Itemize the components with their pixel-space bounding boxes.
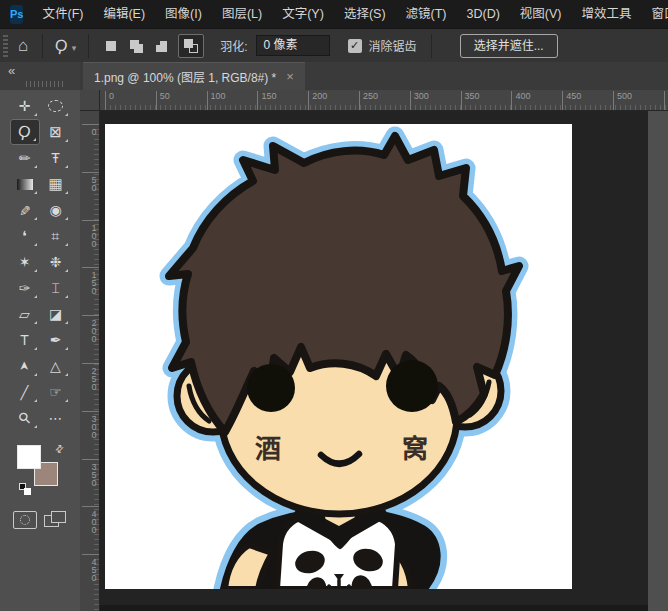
chevron-down-icon[interactable]: ▾ (72, 43, 77, 53)
move-tool[interactable]: ✛ (10, 93, 40, 119)
path-selection-tool[interactable]: ➤ (10, 353, 40, 379)
water-drop-icon: ❛ (22, 228, 27, 244)
options-bar-grip[interactable] (3, 35, 8, 57)
default-colors-icon[interactable] (19, 483, 31, 495)
frame-tool[interactable]: ⊠ (41, 119, 71, 145)
document-tab[interactable]: 1.png @ 100% (图层 1, RGB/8#) * × (83, 62, 305, 90)
select-and-mask-button[interactable]: 选择并遮住... (460, 34, 558, 58)
separator (431, 34, 432, 58)
quick-selection-tool[interactable]: ✏ (10, 145, 40, 171)
menu-item-9[interactable]: 视图(V) (510, 0, 572, 28)
anti-alias-label: 消除锯齿 (369, 37, 417, 54)
crop-tool[interactable]: ⌗ (41, 223, 71, 249)
hruler-tick-400: 400 (511, 91, 530, 111)
color-sampler-tool[interactable]: ❉ (41, 249, 71, 275)
stamp-icon: ⌶ (51, 280, 59, 297)
hand-icon: ☞ (49, 384, 62, 400)
vruler-tick-150: 150 (82, 267, 99, 294)
cheek-text-right: 窝 (402, 434, 428, 464)
hruler-tick-500: 500 (613, 91, 632, 111)
triangle-icon: △ (50, 358, 61, 374)
red-eye-tool[interactable]: ◉ (41, 197, 71, 223)
hruler-tick-0: 0 (105, 91, 114, 111)
feather-input[interactable]: 0 像素 (256, 35, 330, 56)
line-tool[interactable]: ╱ (10, 379, 40, 405)
zoom-tool[interactable]: ⚲ (10, 405, 40, 431)
menu-item-3[interactable]: 图像(I) (155, 0, 212, 28)
type-icon: T (20, 332, 29, 348)
menu-item-10[interactable]: 增效工具 (572, 0, 642, 28)
menu-item-1[interactable]: 文件(F) (32, 0, 93, 28)
ruler-corner[interactable] (80, 90, 100, 111)
menu-item-7[interactable]: 滤镜(T) (396, 0, 457, 28)
vruler-tick-200: 200 (82, 315, 99, 342)
menu-item-5[interactable]: 文字(Y) (272, 0, 334, 28)
hand-tool[interactable]: ☞ (41, 379, 71, 405)
menu-item-6[interactable]: 选择(S) (334, 0, 396, 28)
edit-toolbar-button[interactable]: ⋯ (41, 405, 71, 431)
clone-stamp-tool[interactable]: ⌶ (41, 275, 71, 301)
eraser-tool[interactable]: ▱ (10, 301, 40, 327)
swap-colors-icon[interactable]: ⇄ (52, 442, 66, 456)
pen-tool[interactable]: ✒ (41, 327, 71, 353)
blur-tool[interactable]: ❛ (10, 223, 40, 249)
subtract-from-selection-button[interactable] (153, 38, 169, 54)
vruler-tick-100: 100 (82, 220, 99, 247)
intersect-selection-button[interactable] (178, 34, 204, 58)
hruler-tick-250: 250 (359, 91, 378, 111)
hruler-tick-550: 550 (664, 91, 668, 111)
type-tool[interactable]: T (10, 327, 40, 353)
hruler-tick-100: 100 (207, 91, 226, 111)
eraser-icon: ▱ (19, 306, 30, 322)
menu-item-4[interactable]: 图层(L) (212, 0, 272, 28)
gradient-icon (17, 179, 33, 190)
hruler-tick-50: 50 (156, 91, 170, 111)
menu-bar: Ps 文件(F)编辑(E)图像(I)图层(L)文字(Y)选择(S)滤镜(T)3D… (0, 0, 668, 28)
home-icon[interactable]: ⌂ (18, 31, 28, 61)
gradient-tool[interactable] (10, 171, 40, 197)
brush-tool[interactable]: ✑ (10, 275, 40, 301)
vruler-tick-450: 450 (82, 554, 99, 581)
vruler-tick-350: 350 (82, 459, 99, 486)
eyedropper-icon: ✐ (19, 202, 31, 218)
screen-mode-button[interactable] (44, 511, 68, 529)
selection-mode-group (103, 34, 204, 58)
anti-alias-checkbox[interactable]: ✓ (348, 39, 362, 53)
menu-item-8[interactable]: 3D(D) (457, 0, 510, 28)
eyedropper-tool[interactable]: ✐ (10, 197, 40, 223)
color-swatches: ⇄ (17, 443, 63, 489)
patch-tool[interactable]: ▦ (41, 171, 71, 197)
foreground-color-swatch[interactable] (17, 445, 41, 469)
shape-tool[interactable]: △ (41, 353, 71, 379)
menu-items: 文件(F)编辑(E)图像(I)图层(L)文字(Y)选择(S)滤镜(T)3D(D)… (32, 0, 668, 28)
magic-wand-tool[interactable]: ✶ (10, 249, 40, 275)
tools-grid: ✛Ϙ⊠✏Ŧ▦✐◉❛⌗✶❉✑⌶▱◪T✒➤△╱☞⚲⋯ (10, 93, 71, 431)
add-to-selection-button[interactable] (128, 38, 144, 54)
arrow-cursor-icon: ➤ (18, 361, 32, 371)
pasteboard: 酒 窝 (100, 111, 648, 611)
feather-label: 羽化: (220, 37, 247, 54)
frame-icon: ⊠ (49, 123, 62, 141)
paint-bucket-tool[interactable]: ◪ (41, 301, 71, 327)
line-icon: ╱ (21, 385, 29, 400)
tool-panel-header: « (0, 62, 80, 90)
panel-grip[interactable] (26, 81, 66, 87)
collapse-panel-icon[interactable]: « (8, 63, 15, 78)
vruler-tick-0: 0 (82, 124, 99, 135)
menu-item-2[interactable]: 编辑(E) (93, 0, 155, 28)
close-icon[interactable]: × (286, 69, 294, 84)
new-selection-button[interactable] (103, 38, 119, 54)
vertical-type-mask-tool[interactable]: Ŧ (41, 145, 71, 171)
quick-mask-button[interactable] (13, 511, 37, 529)
elliptical-marquee-tool[interactable] (41, 93, 71, 119)
hruler-tick-450: 450 (562, 91, 581, 111)
sparkle-wand-icon: ✶ (19, 254, 31, 270)
dashed-ellipse-icon (48, 100, 63, 112)
lasso-tool[interactable]: Ϙ (10, 119, 40, 145)
vruler-tick-50: 50 (82, 172, 99, 191)
menu-item-11[interactable]: 窗口(W) (642, 0, 668, 28)
document-canvas[interactable]: 酒 窝 (105, 124, 572, 589)
lasso-icon[interactable]: Ϙ (54, 35, 70, 55)
tab-bar: « 1.png @ 100% (图层 1, RGB/8#) * × (0, 62, 668, 90)
magnifier-icon: ⚲ (14, 408, 35, 429)
